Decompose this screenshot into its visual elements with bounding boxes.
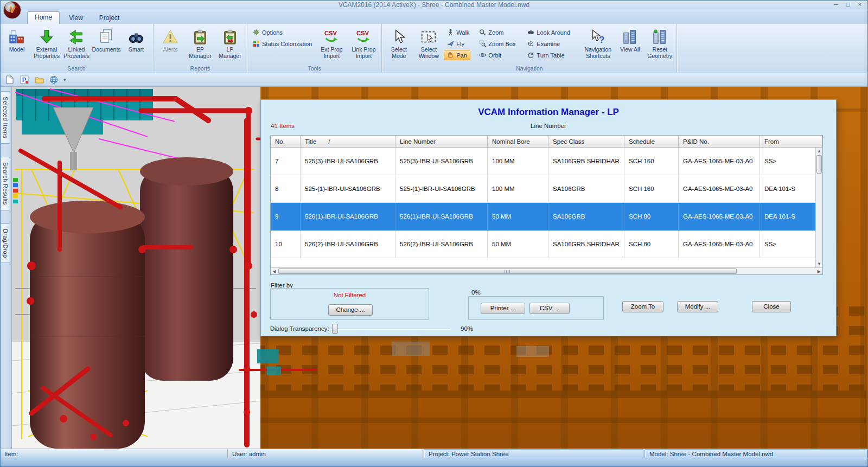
toolbar-overflow-chevron-icon[interactable]: ▾ xyxy=(63,77,66,82)
logo-v-glyph: V xyxy=(9,5,15,15)
walk-button[interactable]: Walk xyxy=(444,27,473,37)
change-filter-button[interactable]: Change ... xyxy=(328,304,373,316)
slider-thumb[interactable] xyxy=(332,324,338,334)
dialog-title: VCAM Information Manager - LP xyxy=(261,107,836,118)
table-row[interactable]: 10 526(2)-IBR-UI-SA106GRB 526(2)-IBR-UI-… xyxy=(271,231,822,258)
zoom-to-button[interactable]: Zoom To xyxy=(622,301,663,312)
alerts-button[interactable]: Alerts xyxy=(156,25,185,65)
sidetab-search-results[interactable]: Search Results xyxy=(1,157,10,210)
external-properties-button[interactable]: External Properties xyxy=(32,25,61,65)
horizontal-scroll-thumb[interactable] xyxy=(278,268,737,274)
label: Ext Prop Import xyxy=(316,47,347,59)
table-empty-area xyxy=(271,258,822,267)
sidetab-selected-items[interactable]: Selected Items xyxy=(1,91,10,144)
lp-manager-button[interactable]: LP Manager xyxy=(215,25,245,65)
navigation-shortcuts-button[interactable]: ? Navigation Shortcuts xyxy=(581,25,615,65)
label: LP Manager xyxy=(216,47,244,59)
linked-properties-button[interactable]: Linked Properties xyxy=(62,25,91,65)
scroll-right-icon[interactable]: ▶ xyxy=(815,268,822,274)
properties-p-icon[interactable]: P xyxy=(20,75,29,85)
lp-manager-clipboard-icon xyxy=(222,28,238,46)
options-button[interactable]: Options xyxy=(250,27,286,37)
vcam-information-manager-dialog: VCAM Information Manager - LP 41 Items L… xyxy=(260,99,837,336)
look-around-button[interactable]: Look Around xyxy=(524,27,573,37)
zoom-button[interactable]: Zoom xyxy=(476,27,507,37)
orbit-button[interactable]: Orbit xyxy=(476,50,505,60)
examine-button[interactable]: Examine xyxy=(524,39,563,49)
new-document-icon[interactable] xyxy=(5,75,15,85)
tab-project[interactable]: Project xyxy=(92,12,126,24)
web-globe-icon[interactable] xyxy=(49,75,59,85)
smart-button[interactable]: Smart xyxy=(122,25,151,65)
label: Linked Properties xyxy=(62,47,91,59)
modify-button[interactable]: Modify ... xyxy=(677,301,718,312)
fly-button[interactable]: Fly xyxy=(444,39,468,49)
label: Zoom xyxy=(488,29,503,36)
label: View All xyxy=(620,47,640,53)
dialog-transparency-label: Dialog Transparency: xyxy=(270,325,329,332)
minimize-button[interactable]: ─ xyxy=(831,1,841,9)
open-folder-icon[interactable] xyxy=(34,75,44,85)
label: Navigation Shortcuts xyxy=(582,47,614,59)
look-around-icon xyxy=(527,29,534,36)
reset-geometry-button[interactable]: Reset Geometry xyxy=(645,25,674,65)
link-prop-import-button[interactable]: CSV Link Prop Import xyxy=(348,25,379,65)
csv-import-icon: CSV xyxy=(355,28,372,46)
pan-button[interactable]: Pan xyxy=(444,50,470,60)
model-button[interactable]: Model xyxy=(2,25,31,65)
maximize-button[interactable]: □ xyxy=(843,1,853,9)
label: No. xyxy=(275,138,285,145)
view-all-button[interactable]: View All xyxy=(615,25,644,65)
turn-table-button[interactable]: Turn Table xyxy=(524,50,567,60)
zoom-box-button[interactable]: Zoom Box xyxy=(476,39,519,49)
column-header-line-number[interactable]: Line Number xyxy=(395,136,488,147)
select-mode-button[interactable]: Select Mode xyxy=(384,25,413,65)
close-button[interactable]: × xyxy=(854,1,865,9)
docked-panel-tabs: Selected Items Search Results Drag/Drop xyxy=(0,87,12,449)
column-header-schedule[interactable]: Schedule xyxy=(624,136,679,147)
ep-manager-button[interactable]: EP Manager xyxy=(186,25,215,65)
column-header-from[interactable]: From xyxy=(760,136,822,147)
column-header-nominal-bore[interactable]: Nominal Bore xyxy=(488,136,548,147)
slider-track[interactable] xyxy=(330,329,451,330)
scroll-up-icon[interactable]: ▲ xyxy=(817,149,821,153)
column-header-spec-class[interactable]: Spec Class xyxy=(548,136,624,147)
sidetab-drag-drop[interactable]: Drag/Drop xyxy=(1,223,10,263)
documents-button[interactable]: Documents xyxy=(92,25,121,65)
tab-view[interactable]: View xyxy=(62,12,90,24)
table-row[interactable]: 8 525-(1)-IBR-UI-SA106GRB 525-(1)-IBR-UI… xyxy=(271,175,822,203)
transparency-slider[interactable] xyxy=(330,323,451,334)
status-item-section: Item: xyxy=(0,449,228,458)
csv-export-button[interactable]: CSV ... xyxy=(529,303,570,314)
tab-home[interactable]: Home xyxy=(27,11,60,24)
cell-title: 525(3)-IBR-UI-SA106GRB xyxy=(301,148,395,175)
ribbon-group-navigation: Select Mode Select Window Walk Fly Pan xyxy=(382,24,677,73)
cell-no: 8 xyxy=(271,175,301,202)
status-model-text: Model: Shree - Combined Master Model.nwd xyxy=(649,451,773,457)
ribbon-group-reports: Alerts EP Manager LP Manager Reports xyxy=(154,24,247,73)
table-row[interactable]: 7 525(3)-IBR-UI-SA106GRB 525(3)-IBR-UI-S… xyxy=(271,148,822,175)
scroll-down-icon[interactable]: ▼ xyxy=(817,261,821,266)
status-item-text: Item: xyxy=(4,451,18,457)
app-menu-logo[interactable]: V xyxy=(3,1,21,19)
close-dialog-button[interactable]: Close xyxy=(752,301,791,312)
label: Examine xyxy=(537,41,560,47)
label: Line Number xyxy=(400,138,436,145)
table-horizontal-scrollbar[interactable]: ◀ ▶ xyxy=(271,267,822,274)
scroll-left-icon[interactable]: ◀ xyxy=(271,268,278,274)
svg-text:CSV: CSV xyxy=(356,30,369,36)
column-header-pid-no[interactable]: P&ID No. xyxy=(679,136,760,147)
column-header-title[interactable]: Title/ xyxy=(301,136,395,147)
ext-prop-import-button[interactable]: CSV Ext Prop Import xyxy=(316,25,347,65)
select-window-button[interactable]: Select Window xyxy=(414,25,443,65)
printer-button[interactable]: Printer ... xyxy=(481,303,525,314)
cell-title: 526(2)-IBR-UI-SA106GRB xyxy=(301,231,395,258)
table-row-selected[interactable]: 9 526(1)-IBR-UI-SA106GRB 526(1)-IBR-UI-S… xyxy=(271,203,822,231)
label: Look Around xyxy=(537,29,570,36)
status-colorization-button[interactable]: Status Colorization xyxy=(250,39,315,49)
label: Orbit xyxy=(488,52,501,59)
column-header-no[interactable]: No. xyxy=(271,136,301,147)
cell-title: 525-(1)-IBR-UI-SA106GRB xyxy=(301,175,395,202)
vertical-scroll-thumb[interactable] xyxy=(816,155,822,174)
label: External Properties xyxy=(33,47,61,59)
